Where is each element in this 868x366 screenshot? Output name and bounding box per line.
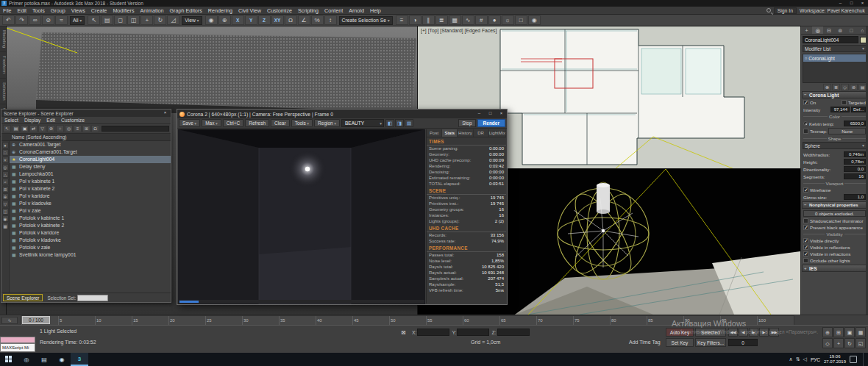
spinner-field[interactable]: 0,78m [844,159,866,165]
checkbox-row[interactable]: Visible in refractions [801,251,868,257]
create-tab-icon[interactable]: + [801,26,812,34]
modify-tab-icon[interactable]: ◎ [812,26,823,34]
hierarchy-tab-icon[interactable]: ⊟ [823,26,834,34]
filter-helpers-icon[interactable]: △ [2,171,9,178]
timeline-ruler[interactable]: 0510152025303540455055606570758085909510… [21,315,794,326]
zoom-extents-all-icon[interactable]: ▦ [855,327,866,337]
vfb-ab-compare-icon[interactable]: ◨ [395,119,404,127]
tray-network-icon[interactable]: ⇅ [796,356,800,362]
texmap-button[interactable]: None [828,128,866,134]
zoom-extents-icon[interactable]: ▣ [844,327,855,337]
menu-item[interactable]: Help [367,7,384,15]
select-and-rotate-icon[interactable]: ↻ [154,15,166,25]
targeted-checkbox[interactable] [842,100,847,105]
align-icon[interactable]: ∥ [422,15,435,25]
selection-lock-icon[interactable]: ⊠ [401,329,406,336]
scene-explorer-row[interactable]: ▦ Potolok v karidore [10,229,171,237]
close-button[interactable]: × [857,0,868,7]
scene-explorer-menu-item[interactable]: Display [21,117,43,123]
redo-icon[interactable]: ↷ [15,15,28,25]
mini-curve-editor-button[interactable]: ∿ [1,317,18,324]
explorer-camera-filter-icon[interactable]: ◎ [65,125,73,132]
ribbon-tab[interactable]: Selection [0,79,7,105]
angle-snap-icon[interactable]: ∠ [298,15,310,25]
material-editor-icon[interactable]: ● [488,15,501,25]
play-animation-icon[interactable]: ▶ [749,328,758,337]
checkbox[interactable] [803,258,808,263]
spinner-snap-icon[interactable]: ↕ [324,15,337,25]
vfb-toolbar-button[interactable]: Save [179,119,200,127]
maximize-viewport-toggle-icon[interactable]: ◱ [855,338,866,348]
scene-explorer-row[interactable]: ▦ Pol v zale [10,207,171,215]
axis-constraint-x-button[interactable]: X [232,15,244,25]
vfb-tab[interactable]: LightMix [489,129,506,137]
menu-item[interactable]: File [0,7,15,15]
percent-snap-icon[interactable]: % [311,15,324,25]
viewport-label[interactable]: [+] [Top] [Standard] [Edged Faces] [421,28,497,33]
rendered-frame-window-icon[interactable]: □ [515,15,527,25]
select-and-scale-icon[interactable]: ◿ [167,15,179,25]
menu-item[interactable]: Animation [138,7,167,15]
explorer-select-icon[interactable]: ↖ [3,125,11,132]
minimize-button[interactable]: – [835,0,846,7]
spinner-field[interactable]: 0,746m [844,151,866,157]
checkbox[interactable] [803,238,808,243]
vfb-tab[interactable]: Stats [442,129,458,137]
show-desktop-button[interactable] [863,353,865,366]
explorer-pick-icon[interactable]: Ω [91,125,99,132]
go-to-start-icon[interactable]: ◀◀ [728,328,738,337]
taskbar-chrome-icon[interactable]: ◉ [53,353,71,366]
vfb-dock-icon[interactable]: ◧ [385,119,394,127]
select-and-move-icon[interactable]: + [140,15,153,25]
coordinate-input[interactable] [497,329,530,336]
scene-explorer-row[interactable]: ▦ Pol v kladovke [10,200,171,207]
checkbox-row[interactable]: Visible in reflections [801,244,868,251]
scene-explorer-row[interactable]: ▦ Pol v kabinete 1 [10,178,171,185]
menu-item[interactable]: Civil View [235,7,264,15]
vfb-toolbar-button[interactable]: Max [202,119,221,127]
corona-vfb-window[interactable]: Corona 2 | 640×480px (1:1) | Camera: Fre… [177,109,508,305]
menu-item[interactable]: Group [48,7,68,15]
select-object-icon[interactable]: ↖ [88,15,100,25]
pin-stack-icon[interactable]: ⊗ [823,84,831,90]
language-indicator[interactable]: РУС [811,357,820,362]
vfb-toolbar-button[interactable]: Ctrl+C [223,119,244,127]
filter-shapes-icon[interactable]: □ [2,149,9,156]
texmap-checkbox[interactable] [803,129,808,134]
key-filters-button[interactable]: Key Filters... [695,338,726,347]
checkbox[interactable] [803,245,808,250]
create-selection-set-dropdown[interactable]: Create Selection Se [339,16,393,25]
intensity-unit-dropdown[interactable]: Def... [851,107,866,112]
filter-lights-icon[interactable]: ☀ [2,157,9,163]
select-and-manipulate-icon[interactable]: ⊕ [218,15,231,25]
explorer-lock-icon[interactable]: ▣ [21,125,29,132]
motion-tab-icon[interactable]: ⊚ [835,26,846,34]
graphite-ribbon-icon[interactable]: ▦ [449,15,461,25]
ribbon-tab[interactable]: Freeform [0,52,7,78]
zoom-all-icon[interactable]: ⊞ [833,327,844,337]
menu-item[interactable]: Scripting [295,7,321,15]
wireframe-checkbox[interactable] [803,187,808,193]
rollout-nonphysical[interactable]: Nonphysical properties [802,201,867,209]
coordinate-input[interactable] [417,329,449,336]
explorer-column-header[interactable]: Name (Sorted Ascending) [1,134,171,141]
stop-render-button[interactable]: Stop [458,119,475,127]
kelvin-radio[interactable] [803,121,808,126]
layer-manager-icon[interactable]: ≣ [435,15,448,25]
render-setup-icon[interactable]: ☼ [502,15,514,25]
curve-editor-icon[interactable]: ∿ [462,15,474,25]
checkbox-row[interactable]: Prevent black appearance [801,224,868,231]
search-icon[interactable] [766,8,771,12]
window-crossing-toggle-icon[interactable]: ◫ [127,15,140,25]
filter-geometry-icon[interactable]: ● [2,142,9,148]
use-pivot-point-icon[interactable]: ◉ [205,15,218,25]
render-button[interactable]: Render [477,119,505,127]
previous-frame-icon[interactable]: ◀ [739,328,748,337]
selection-set-dropdown[interactable] [77,295,108,301]
taskbar-file-explorer-icon[interactable]: ▤ [35,353,53,366]
filter-materials-icon[interactable]: ◉ [2,215,9,222]
axis-constraint-z-button[interactable]: Z [258,15,271,25]
menu-item[interactable]: Content [321,7,346,15]
pan-view-icon[interactable]: + [833,338,844,348]
vfb-tab[interactable]: History [458,129,473,137]
